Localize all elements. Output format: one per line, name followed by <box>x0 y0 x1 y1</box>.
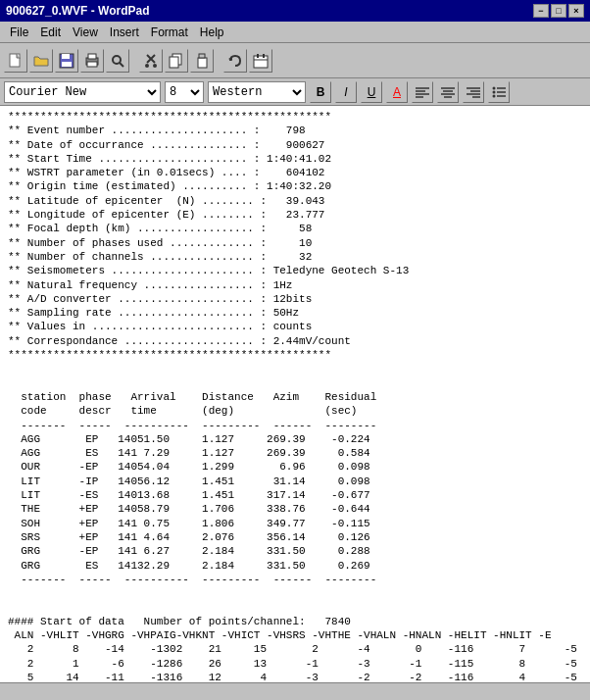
cut-button[interactable] <box>139 49 163 73</box>
font-size-selector[interactable]: 8 <box>165 81 204 103</box>
content-area[interactable]: ****************************************… <box>0 106 590 682</box>
italic-button[interactable]: I <box>335 81 357 103</box>
svg-rect-21 <box>263 54 265 58</box>
svg-rect-18 <box>254 56 268 68</box>
bullets-button[interactable] <box>488 81 510 103</box>
svg-rect-20 <box>257 54 259 58</box>
menu-insert[interactable]: Insert <box>104 24 145 41</box>
undo-button[interactable] <box>223 49 247 73</box>
new-button[interactable] <box>4 49 27 73</box>
svg-rect-15 <box>198 58 207 68</box>
window-title: 900627_0.WVF - WordPad <box>6 4 150 18</box>
document-text: ****************************************… <box>8 110 582 682</box>
print-button[interactable] <box>80 49 104 73</box>
find-button[interactable] <box>106 49 129 73</box>
open-button[interactable] <box>29 49 53 73</box>
copy-button[interactable] <box>165 49 188 73</box>
toolbar-separator-2 <box>216 49 221 73</box>
maximize-button[interactable]: □ <box>551 4 566 18</box>
bold-button[interactable]: B <box>310 81 331 103</box>
svg-point-7 <box>113 56 121 64</box>
svg-point-36 <box>493 90 496 93</box>
toolbar <box>0 43 590 78</box>
svg-rect-5 <box>88 54 96 59</box>
svg-point-12 <box>153 64 157 68</box>
minimize-button[interactable]: − <box>533 4 549 18</box>
align-left-button[interactable] <box>412 81 433 103</box>
svg-point-38 <box>493 94 496 97</box>
format-bar: Courier New 8 Western B I U A <box>0 78 590 106</box>
svg-rect-2 <box>62 54 70 59</box>
underline-button[interactable]: U <box>361 81 382 103</box>
align-center-button[interactable] <box>437 81 459 103</box>
menu-format[interactable]: Format <box>145 24 194 41</box>
svg-line-8 <box>120 63 123 67</box>
save-button[interactable] <box>55 49 78 73</box>
svg-rect-6 <box>87 62 97 67</box>
status-bar <box>0 682 590 700</box>
color-button[interactable]: A <box>386 81 408 103</box>
menu-view[interactable]: View <box>67 24 104 41</box>
paste-button[interactable] <box>190 49 214 73</box>
svg-point-34 <box>493 86 496 89</box>
title-bar: 900627_0.WVF - WordPad − □ × <box>0 0 590 22</box>
menu-help[interactable]: Help <box>194 24 230 41</box>
menu-bar: File Edit View Insert Format Help <box>0 22 590 43</box>
menu-file[interactable]: File <box>4 24 34 41</box>
menu-edit[interactable]: Edit <box>34 24 67 41</box>
charset-selector[interactable]: Western <box>208 81 306 103</box>
font-selector[interactable]: Courier New <box>4 81 161 103</box>
toolbar-separator-1 <box>131 49 137 73</box>
svg-rect-3 <box>62 62 72 67</box>
svg-rect-14 <box>170 57 178 68</box>
align-right-button[interactable] <box>463 81 484 103</box>
close-button[interactable]: × <box>568 4 584 18</box>
svg-rect-16 <box>199 54 205 58</box>
svg-point-11 <box>145 64 149 68</box>
datetime-button[interactable] <box>249 49 272 73</box>
